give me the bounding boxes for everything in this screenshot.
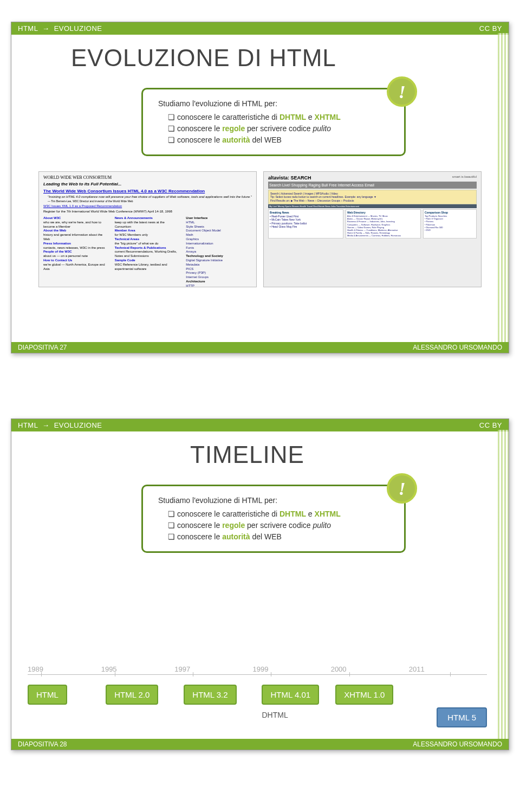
callout-item: conoscere le regole per scrivere codice …: [168, 123, 391, 134]
w3c-tagline: Leading the Web to its Full Potential...: [43, 182, 252, 187]
breadcrumb-section: EVOLUZIONE: [54, 24, 102, 33]
w3c-quote: "Insisting on HTML 4.0 compliance now wi…: [48, 195, 252, 199]
slide-28: HTML → EVOLUZIONE CC BY TIMELINE ! Studi…: [11, 418, 509, 750]
slide-title: EVOLUZIONE DI HTML: [71, 44, 509, 72]
year-label: 1997: [174, 665, 252, 673]
timeline-axis: [28, 674, 487, 675]
slide-header: HTML → EVOLUZIONE CC BY: [11, 22, 509, 35]
callout-item: conoscere le regole per scrivere codice …: [168, 520, 391, 531]
av-tagline: smart is beautiful: [452, 175, 477, 182]
w3c-screenshot: WORLD WIDE WEB CONSORTIUM Leading the We…: [38, 171, 257, 287]
year-label: 1999: [253, 665, 331, 673]
slide-number: DIAPOSITIVA 27: [18, 344, 67, 351]
version-box-xhtml: XHTML 1.0: [335, 685, 393, 705]
arrow-icon: →: [42, 24, 50, 33]
slide-title: TIMELINE: [190, 441, 509, 468]
breadcrumb-root: HTML: [18, 24, 38, 33]
screenshot-row: WORLD WIDE WEB CONSORTIUM Leading the We…: [38, 171, 482, 287]
license-label: CC BY: [479, 24, 502, 33]
decorative-stripes: [498, 430, 509, 739]
version-box-html2: HTML 2.0: [106, 685, 158, 705]
arrow-icon: →: [42, 421, 50, 429]
version-box-html401: HTML 4.01: [262, 685, 319, 705]
breadcrumb-section: EVOLUZIONE: [54, 421, 102, 429]
slide-footer: DIAPOSITIVA 28 ALESSANDRO URSOMANDO: [11, 739, 509, 750]
year-label: 2000: [331, 665, 409, 673]
w3c-headline: The World Wide Web Consortium Issues HTM…: [43, 189, 252, 194]
w3c-col2: News & Announcementskeep up with the lat…: [115, 216, 181, 287]
w3c-link: W3C Issues XML 1.0 as a Proposed Recomme…: [43, 204, 252, 209]
av-cell-dir: Web Directory Arts & Entertainment — Mov…: [346, 209, 421, 239]
callout-item: conoscere le autorità del WEB: [168, 134, 391, 146]
year-label: 1989: [28, 665, 101, 673]
w3c-col1: About W3Cwho we are, why we're here, and…: [43, 216, 109, 287]
year-label: 2011: [409, 665, 487, 673]
decorative-stripes: [498, 33, 509, 342]
callout-header: Studiamo l'evoluzione di HTML per:: [158, 98, 391, 109]
av-find: Find Results on: ▶ The Web ○ News ○ Disc…: [270, 199, 474, 203]
year-label: 1995: [101, 665, 175, 673]
callout-box: ! Studiamo l'evoluzione di HTML per: con…: [141, 88, 406, 156]
w3c-col3: User InterfaceHTMLStyle SheetsDocument O…: [186, 216, 252, 287]
exclamation-icon: !: [387, 473, 417, 504]
w3c-logo: WORLD WIDE WEB CONSORTIUM: [43, 175, 252, 181]
w3c-quote-attr: — Tim Berners-Lee, W3C Director and inve…: [48, 199, 252, 203]
exclamation-icon: !: [387, 76, 417, 107]
breadcrumb-root: HTML: [18, 421, 38, 429]
slide-27: HTML → EVOLUZIONE CC BY EVOLUZIONE DI HT…: [11, 22, 509, 353]
callout-header: Studiamo l'evoluzione di HTML per:: [158, 495, 391, 506]
version-box-html5: HTML 5: [437, 707, 487, 727]
timeline: 1989 1995 1997 1999 2000 2011 HTML HTML …: [28, 665, 487, 728]
av-nav: My Live! Money Sports Women Health Trave…: [268, 204, 477, 208]
license-label: CC BY: [479, 421, 502, 429]
av-logo: altavista: SEARCH: [268, 175, 311, 182]
dhtml-label: DHTML: [262, 711, 288, 719]
callout-list: conoscere le caratteristiche di DHTML e …: [158, 112, 391, 146]
w3c-text: Register for the 7th International World…: [43, 210, 252, 214]
timeline-years: 1989 1995 1997 1999 2000 2011: [28, 665, 487, 673]
version-box-html: HTML: [28, 685, 67, 705]
callout-box: ! Studiamo l'evoluzione di HTML per: con…: [141, 485, 406, 553]
av-cell-breaking: Breaking News • Real-Power Used First• M…: [268, 209, 343, 239]
callout-list: conoscere le caratteristiche di DHTML e …: [158, 508, 391, 543]
callout-item: conoscere le caratteristiche di DHTML e …: [168, 112, 391, 123]
version-box-html32: HTML 3.2: [184, 685, 236, 705]
breadcrumb: HTML → EVOLUZIONE: [18, 421, 102, 429]
av-tabs: Search Live! Shopping Raging Bull Free I…: [268, 182, 477, 189]
callout-item: conoscere le caratteristiche di DHTML e …: [168, 508, 391, 520]
timeline-boxes: HTML HTML 2.0 HTML 3.2 HTML 4.01 XHTML 1…: [28, 685, 487, 728]
slide-header: HTML → EVOLUZIONE CC BY: [11, 419, 509, 431]
slide-number: DIAPOSITIVA 28: [18, 740, 67, 748]
altavista-screenshot: altavista: SEARCH smart is beautiful Sea…: [263, 171, 482, 287]
callout-item: conoscere le autorità del WEB: [168, 531, 391, 543]
breadcrumb: HTML → EVOLUZIONE: [18, 24, 102, 33]
author-name: ALESSANDRO URSOMANDO: [413, 740, 502, 748]
slide-footer: DIAPOSITIVA 27 ALESSANDRO URSOMANDO: [11, 342, 509, 353]
author-name: ALESSANDRO URSOMANDO: [413, 344, 502, 351]
av-cell-shop: Comparison Shop Top Products Searches• P…: [423, 209, 477, 239]
